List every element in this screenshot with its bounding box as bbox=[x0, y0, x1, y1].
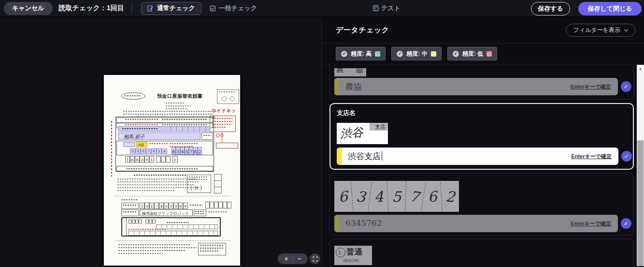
batch-check-button[interactable]: 一括チェック bbox=[210, 4, 257, 13]
doc-digit-cell bbox=[132, 220, 135, 223]
app-window: キャンセル 読取チェック：1回目 通常チェック 一括チェック テスト bbox=[0, 0, 644, 267]
branch-ocr-image: 支店 渋谷 bbox=[337, 123, 388, 144]
accuracy-accent-bar bbox=[337, 148, 342, 165]
test-template-indicator: テスト bbox=[373, 0, 401, 16]
doc-digit-cell: 4 bbox=[162, 148, 167, 154]
save-button[interactable]: 保存する bbox=[531, 2, 570, 15]
doc-text-line bbox=[117, 178, 197, 179]
zoom-out-button[interactable]: − bbox=[293, 254, 306, 264]
filter-label: 精度: 高 bbox=[351, 50, 372, 58]
ocr-image-char: 農 bbox=[336, 68, 344, 75]
doc-text-line bbox=[123, 211, 136, 212]
scrollbar-thumb[interactable] bbox=[637, 140, 644, 266]
doc-text-line bbox=[219, 91, 236, 92]
document-preview[interactable]: 預金口座振替依頼書 ワイドネット bbox=[104, 75, 240, 266]
fit-screen-button[interactable] bbox=[310, 253, 320, 264]
zoom-control: + − bbox=[278, 253, 308, 264]
enter-confirm-link[interactable]: Enterキーで確定 bbox=[571, 83, 611, 90]
check-circle-icon: ✓ bbox=[341, 51, 347, 57]
accuracy-accent-bar bbox=[334, 78, 339, 95]
doc-text-line bbox=[125, 119, 159, 120]
filter-accuracy-high[interactable]: ✓ 精度: 高 bbox=[336, 47, 386, 60]
filter-accuracy-medium[interactable]: ✓ 精度: 中 bbox=[391, 47, 441, 60]
doc-company-name: 株式会社フリップロジック bbox=[142, 211, 189, 216]
save-and-close-button[interactable]: 保存して閉じる bbox=[578, 2, 642, 15]
filter-toggle-button[interactable]: フィルターを表示 bbox=[566, 24, 635, 37]
field-card-bank: 農 協 農協 Enterキーで確定 ✓ bbox=[329, 65, 634, 100]
doc-text-line bbox=[134, 175, 187, 176]
ocr-digit: 3 bbox=[350, 180, 372, 213]
doc-text-line bbox=[195, 213, 205, 214]
normal-check-button[interactable]: 通常チェック bbox=[141, 2, 201, 15]
enter-confirm-link[interactable]: Enterキーで確定 bbox=[571, 220, 611, 227]
account-ocr-image: 6 3 4 5 7 6 2 bbox=[334, 181, 459, 212]
doc-digit-cell: 0 bbox=[183, 203, 188, 209]
doc-text-line bbox=[125, 95, 141, 96]
normal-check-label: 通常チェック bbox=[157, 4, 195, 13]
document-pencil-icon bbox=[147, 5, 154, 12]
field-card-branch: 支店名 支店 渋谷 渋谷支店 Enterキーで確定 ✓ bbox=[329, 103, 634, 170]
doc-text-line bbox=[212, 121, 232, 122]
doc-digit-cell bbox=[152, 220, 156, 223]
account-number-value: 6345762 bbox=[345, 218, 382, 228]
doc-form-cell bbox=[121, 203, 139, 209]
doc-red-annotation-box bbox=[216, 143, 238, 148]
panel-header: データチェック フィルターを表示 bbox=[322, 17, 644, 44]
doc-bank-code-cells: 166301 bbox=[125, 156, 154, 163]
confirmed-check-badge[interactable]: ✓ bbox=[621, 81, 631, 92]
doc-digit-cell: 0 bbox=[130, 148, 135, 154]
confirmed-check-badge[interactable]: ✓ bbox=[621, 218, 631, 229]
doc-form-cell bbox=[201, 133, 213, 140]
confirmed-check-badge[interactable]: ✓ bbox=[621, 151, 632, 162]
doc-text-line bbox=[167, 222, 189, 223]
filter-label: 精度: 中 bbox=[406, 50, 427, 58]
doc-text-line bbox=[200, 248, 223, 249]
doc-text-line bbox=[117, 181, 200, 182]
ocr-circled-number: 1. bbox=[336, 248, 345, 257]
doc-text-line bbox=[123, 114, 213, 115]
check-circle-icon: ✓ bbox=[453, 51, 459, 57]
doc-text-line bbox=[126, 168, 199, 169]
doc-branch-handwriting: 渋谷 bbox=[137, 143, 144, 148]
cancel-button[interactable]: キャンセル bbox=[4, 2, 53, 15]
doc-company-cell: 株式会社フリップロジック bbox=[140, 209, 193, 216]
bank-ocr-image: 農 協 bbox=[334, 68, 366, 76]
doc-text-line bbox=[128, 229, 167, 230]
doc-digit-cell bbox=[223, 202, 227, 208]
doc-text-line bbox=[212, 124, 232, 125]
doc-text-line bbox=[123, 111, 216, 112]
doc-text-line bbox=[200, 251, 219, 252]
doc-digit-cell bbox=[139, 220, 142, 223]
doc-digit-cell: ・ bbox=[154, 203, 159, 209]
doc-digit-cell: 1 bbox=[140, 203, 144, 209]
doc-empty-cells bbox=[205, 202, 231, 208]
doc-text-line bbox=[117, 187, 199, 188]
doc-text-line bbox=[123, 205, 136, 206]
scrollbar-up-arrow[interactable]: ▲ bbox=[637, 65, 644, 72]
doc-text-line bbox=[125, 124, 159, 125]
doc-form-row bbox=[116, 118, 213, 123]
enter-confirm-link[interactable]: Enterキーで確定 bbox=[571, 153, 612, 160]
doc-branch-highlight-cell[interactable]: 渋谷 bbox=[136, 142, 147, 148]
filter-accuracy-low[interactable]: ✓ 精度: 低 bbox=[447, 47, 497, 60]
zoom-in-button[interactable]: + bbox=[280, 254, 293, 264]
doc-empty-cells bbox=[156, 156, 171, 163]
ocr-type-subtext: (総合口座) bbox=[343, 258, 359, 263]
doc-digit-cell bbox=[129, 220, 132, 223]
doc-text-line bbox=[212, 118, 232, 119]
branch-name-input[interactable]: 渋谷支店 Enterキーで確定 bbox=[337, 148, 618, 165]
account-number-input[interactable]: 6345762 Enterキーで確定 bbox=[334, 215, 618, 232]
doc-text-line bbox=[166, 105, 191, 106]
doc-text-line bbox=[212, 127, 227, 128]
template-icon bbox=[373, 5, 379, 11]
doc-digit-cell: 6 bbox=[178, 203, 183, 209]
data-check-panel: データチェック フィルターを表示 ✓ 精度: 高 ✓ 精度: 中 bbox=[322, 17, 644, 266]
doc-digit-cell: 3 bbox=[176, 147, 180, 155]
doc-digit-cell bbox=[210, 202, 214, 208]
doc-digit-cell: 5 bbox=[157, 148, 162, 154]
doc-seal-mark bbox=[216, 134, 220, 137]
doc-text-line bbox=[166, 108, 188, 109]
doc-digit-cell bbox=[135, 220, 139, 223]
bank-name-input[interactable]: 農協 Enterキーで確定 bbox=[334, 78, 618, 95]
doc-digit-cell bbox=[218, 202, 223, 208]
